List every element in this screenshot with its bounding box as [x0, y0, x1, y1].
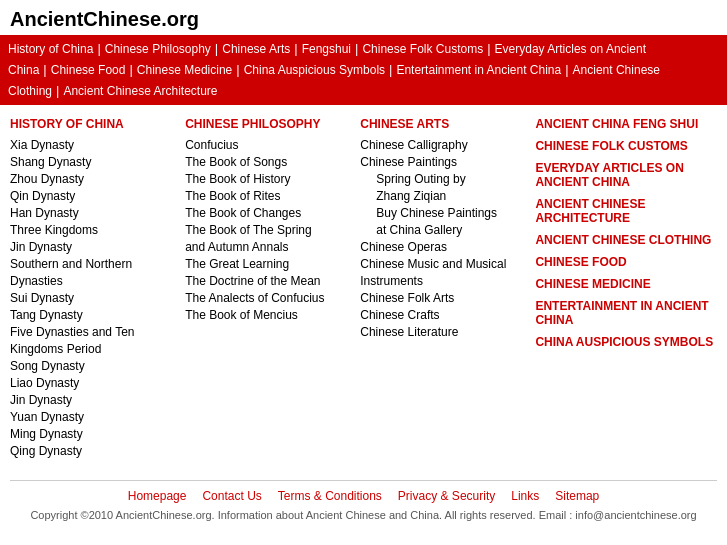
list-item: Han Dynasty	[10, 205, 175, 220]
philosophy-link-1[interactable]: The Book of Songs	[185, 155, 287, 169]
nav-link-9[interactable]: Entertainment in Ancient China	[396, 63, 561, 77]
nav-link-8[interactable]: China Auspicious Symbols	[244, 63, 385, 77]
history-link-16[interactable]: Yuan Dynasty	[10, 410, 84, 424]
list-item: The Book of Changes	[185, 205, 350, 220]
philosophy-link-8[interactable]: The Doctrine of the Mean	[185, 274, 320, 288]
arts-link2-3[interactable]: Chinese Folk Arts	[360, 291, 454, 305]
history-link-13[interactable]: Song Dynasty	[10, 359, 85, 373]
philosophy-link-4[interactable]: The Book of Changes	[185, 206, 301, 220]
nav-separator-5: |	[43, 62, 46, 77]
right-link-7[interactable]: ENTERTAINMENT IN ANCIENT CHINA	[535, 299, 717, 327]
history-link-8[interactable]: Dynasties	[10, 274, 63, 288]
arts-link-1[interactable]: Chinese Paintings	[360, 155, 457, 169]
list-item: The Book of Rites	[185, 188, 350, 203]
nav-separator-4: |	[487, 41, 490, 56]
nav-link-3[interactable]: Fengshui	[302, 42, 351, 56]
history-heading: HISTORY OF CHINA	[10, 117, 175, 131]
footer-link-3[interactable]: Privacy & Security	[398, 489, 495, 503]
philosophy-link-2[interactable]: The Book of History	[185, 172, 290, 186]
nav-link-7[interactable]: Chinese Medicine	[137, 63, 232, 77]
arts-link2-2[interactable]: Instruments	[360, 274, 423, 288]
arts-indent-link-0[interactable]: Spring Outing by	[376, 172, 465, 186]
history-list: Xia DynastyShang DynastyZhou DynastyQin …	[10, 137, 175, 458]
philosophy-heading: CHINESE PHILOSOPHY	[185, 117, 350, 131]
history-link-2[interactable]: Zhou Dynasty	[10, 172, 84, 186]
right-link-2[interactable]: EVERYDAY ARTICLES ON ANCIENT CHINA	[535, 161, 717, 189]
philosophy-link-9[interactable]: The Analects of Confucius	[185, 291, 324, 305]
arts-indent-link-1[interactable]: Zhang Ziqian	[376, 189, 446, 203]
philosophy-link-10[interactable]: The Book of Mencius	[185, 308, 298, 322]
nav-separator-2: |	[294, 41, 297, 56]
right-links: ANCIENT CHINA FENG SHUICHINESE FOLK CUST…	[535, 117, 717, 349]
history-link-17[interactable]: Ming Dynasty	[10, 427, 83, 441]
list-item: Yuan Dynasty	[10, 409, 175, 424]
history-link-7[interactable]: Southern and Northern	[10, 257, 132, 271]
list-item: The Book of Mencius	[185, 307, 350, 322]
philosophy-link-0[interactable]: Confucius	[185, 138, 238, 152]
site-title[interactable]: AncientChinese.org	[10, 8, 199, 30]
history-link-14[interactable]: Liao Dynasty	[10, 376, 79, 390]
footer-link-4[interactable]: Links	[511, 489, 539, 503]
list-item: Dynasties	[10, 273, 175, 288]
list-item: Five Dynasties and Ten	[10, 324, 175, 339]
arts-link2-0[interactable]: Chinese Operas	[360, 240, 447, 254]
history-link-1[interactable]: Shang Dynasty	[10, 155, 91, 169]
list-item: Chinese Music and Musical	[360, 256, 525, 271]
list-item: Confucius	[185, 137, 350, 152]
right-link-5[interactable]: CHINESE FOOD	[535, 255, 717, 269]
main-content: HISTORY OF CHINA Xia DynastyShang Dynast…	[0, 105, 727, 472]
list-item: and Autumn Annals	[185, 239, 350, 254]
arts-link-0[interactable]: Chinese Calligraphy	[360, 138, 467, 152]
right-link-1[interactable]: CHINESE FOLK CUSTOMS	[535, 139, 717, 153]
philosophy-link-5[interactable]: The Book of The Spring	[185, 223, 312, 237]
list-item: Shang Dynasty	[10, 154, 175, 169]
right-link-3[interactable]: ANCIENT CHINESE ARCHITECTURE	[535, 197, 717, 225]
philosophy-list: ConfuciusThe Book of SongsThe Book of Hi…	[185, 137, 350, 322]
nav-separator-10: |	[56, 83, 59, 98]
history-link-3[interactable]: Qin Dynasty	[10, 189, 75, 203]
arts-link2-1[interactable]: Chinese Music and Musical	[360, 257, 506, 271]
history-link-11[interactable]: Five Dynasties and Ten	[10, 325, 135, 339]
history-link-15[interactable]: Jin Dynasty	[10, 393, 72, 407]
list-item: The Analects of Confucius	[185, 290, 350, 305]
philosophy-link-3[interactable]: The Book of Rites	[185, 189, 280, 203]
history-link-10[interactable]: Tang Dynasty	[10, 308, 83, 322]
nav-link-6[interactable]: Chinese Food	[51, 63, 126, 77]
arts-link2-4[interactable]: Chinese Crafts	[360, 308, 439, 322]
list-item: Song Dynasty	[10, 358, 175, 373]
nav-link-4[interactable]: Chinese Folk Customs	[362, 42, 483, 56]
right-link-6[interactable]: CHINESE MEDICINE	[535, 277, 717, 291]
footer-link-0[interactable]: Homepage	[128, 489, 187, 503]
nav-link-1[interactable]: Chinese Philosophy	[105, 42, 211, 56]
philosophy-link-7[interactable]: The Great Learning	[185, 257, 289, 271]
history-link-0[interactable]: Xia Dynasty	[10, 138, 74, 152]
arts-link2-5[interactable]: Chinese Literature	[360, 325, 458, 339]
history-link-4[interactable]: Han Dynasty	[10, 206, 79, 220]
list-item: at China Gallery	[360, 222, 525, 237]
history-link-18[interactable]: Qing Dynasty	[10, 444, 82, 458]
footer: HomepageContact UsTerms & ConditionsPriv…	[10, 480, 717, 531]
nav-separator-7: |	[236, 62, 239, 77]
list-item: Jin Dynasty	[10, 239, 175, 254]
arts-indent-link-2[interactable]: Buy Chinese Paintings	[376, 206, 497, 220]
footer-link-2[interactable]: Terms & Conditions	[278, 489, 382, 503]
footer-link-1[interactable]: Contact Us	[202, 489, 261, 503]
history-link-5[interactable]: Three Kingdoms	[10, 223, 98, 237]
site-header: AncientChinese.org	[0, 0, 727, 35]
arts-indent-link-3[interactable]: at China Gallery	[376, 223, 462, 237]
list-item: Southern and Northern	[10, 256, 175, 271]
right-column: ANCIENT CHINA FENG SHUICHINESE FOLK CUST…	[535, 117, 717, 460]
right-link-4[interactable]: ANCIENT CHINESE CLOTHING	[535, 233, 717, 247]
history-link-12[interactable]: Kingdoms Period	[10, 342, 101, 356]
nav-link-11[interactable]: Ancient Chinese Architecture	[63, 84, 217, 98]
right-link-0[interactable]: ANCIENT CHINA FENG SHUI	[535, 117, 717, 131]
history-link-9[interactable]: Sui Dynasty	[10, 291, 74, 305]
nav-link-0[interactable]: History of China	[8, 42, 93, 56]
list-item: Chinese Crafts	[360, 307, 525, 322]
history-link-6[interactable]: Jin Dynasty	[10, 240, 72, 254]
philosophy-link-6[interactable]: and Autumn Annals	[185, 240, 288, 254]
nav-link-2[interactable]: Chinese Arts	[222, 42, 290, 56]
list-item: Tang Dynasty	[10, 307, 175, 322]
footer-link-5[interactable]: Sitemap	[555, 489, 599, 503]
right-link-8[interactable]: CHINA AUSPICIOUS SYMBOLS	[535, 335, 717, 349]
